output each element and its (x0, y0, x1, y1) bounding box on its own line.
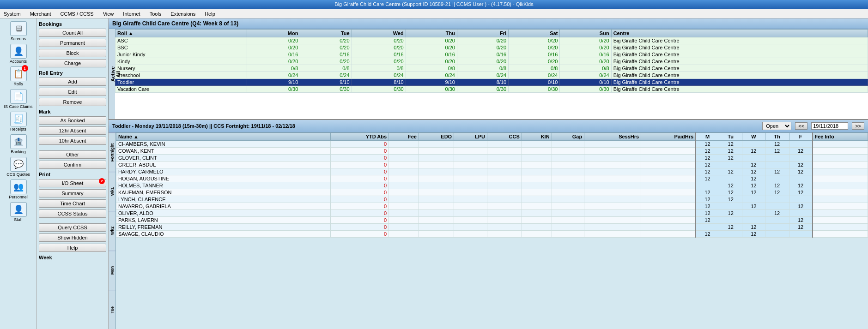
toddler-cell: 12 (719, 155, 742, 162)
roll-cell: Big Giraffe Child Care Centre (611, 58, 868, 65)
sidebar-item-ccs-quotes[interactable]: 💬 CCS Quotes (2, 156, 35, 178)
toddler-cell: 12 (719, 168, 742, 175)
roll-row[interactable]: ASC0/200/200/200/200/200/200/20Big Giraf… (115, 37, 868, 44)
roll-cell: 0/20 (247, 44, 300, 51)
io-sheet-button[interactable]: I/O Sheet 2 (39, 179, 106, 187)
toddler-cell (641, 182, 696, 189)
sidebar-item-receipts[interactable]: 🧾 Receipts (2, 111, 35, 132)
roll-cell: 0/30 (300, 86, 352, 93)
toddler-cell: OLIVER, ALDO (116, 210, 331, 217)
sidebar-item-rolls[interactable]: 📋1 Rolls (2, 66, 35, 87)
toddler-row[interactable]: CHAMBERS, KEVIN0121212 (116, 141, 868, 148)
nav-prev-button[interactable]: << (795, 122, 807, 130)
sidebar-item-banking[interactable]: 🏦 Banking (2, 133, 35, 155)
status-dropdown[interactable]: Open Closed (762, 122, 791, 130)
menu-item-internet[interactable]: Internet (121, 10, 142, 18)
menu-item-merchant[interactable]: Merchant (28, 10, 53, 18)
toddler-row[interactable]: HOLMES, TANNER012121212 (116, 182, 868, 189)
toddler-cell (789, 231, 812, 238)
roll-row[interactable]: Nursery0/80/80/80/80/80/80/8Big Giraffe … (115, 65, 868, 72)
toddler-cell (419, 231, 454, 238)
roll-cell: 0/20 (406, 37, 457, 44)
roll-cell: 0/20 (509, 44, 560, 51)
sidebar-item-staff[interactable]: 👤 Staff (2, 201, 35, 223)
is-case-claims-icon: 📄 (10, 89, 27, 104)
roll-row[interactable]: Toddler9/109/108/109/108/100/100/10Big G… (115, 79, 868, 86)
roll-row[interactable]: Kindy0/200/200/200/200/200/200/20Big Gir… (115, 58, 868, 65)
edit-button[interactable]: Edit (39, 88, 106, 96)
roll-cell: 0/8 (560, 65, 611, 72)
toddler-cell (584, 210, 641, 217)
toddler-row[interactable]: PARKS, LAVERN01212 (116, 217, 868, 224)
menu-item-ccms[interactable]: CCMS / CCSS (59, 10, 96, 18)
toddler-cell: 12 (765, 189, 789, 196)
toddler-cell (522, 203, 552, 210)
roll-cell: 0/20 (560, 58, 611, 65)
roll-cell: 0/8 (457, 65, 508, 72)
toddler-row[interactable]: SAVAGE, CLAUDIO01212 (116, 231, 868, 238)
menu-item-tools[interactable]: Tools (148, 10, 164, 18)
toddler-cell (813, 168, 868, 175)
show-hidden-button[interactable]: Show Hidden (39, 233, 106, 242)
roll-cell: 0/20 (247, 58, 300, 65)
toddler-cell (719, 217, 742, 224)
charge-button[interactable]: Charge (39, 59, 106, 67)
toddler-cell (389, 182, 419, 189)
nav-next-button[interactable]: >> (852, 122, 864, 130)
10hr-absent-button[interactable]: 10hr Absent (39, 137, 106, 145)
confirm-button[interactable]: Confirm (39, 161, 106, 169)
col-ytd-abs: YTD Abs (330, 133, 388, 141)
menu-item-help[interactable]: Help (203, 10, 217, 18)
roll-row[interactable]: Vacation Care0/300/300/300/300/300/300/3… (115, 86, 868, 93)
menu-item-view[interactable]: View (101, 10, 116, 18)
rolls-icon: 📋1 (10, 66, 27, 81)
permanent-button[interactable]: Permanent (39, 39, 106, 47)
count-all-button[interactable]: Count All (39, 29, 106, 37)
toddler-row[interactable]: LYNCH, CLARENCE01212 (116, 196, 868, 203)
toddler-cell: 12 (696, 148, 719, 155)
toddler-cell: 12 (742, 231, 765, 238)
roll-row[interactable]: Junior Kindy0/160/160/160/160/160/160/16… (115, 51, 868, 58)
toddler-cell (584, 162, 641, 168)
other-button[interactable]: Other (39, 150, 106, 159)
toddler-row[interactable]: HARDY, CARMELO01212121212 (116, 168, 868, 175)
remove-button[interactable]: Remove (39, 98, 106, 106)
roll-row[interactable]: BSC0/200/200/200/200/200/200/20Big Giraf… (115, 44, 868, 51)
toddler-row[interactable]: COWAN, KENT01212121212 (116, 148, 868, 155)
toddler-cell (454, 168, 487, 175)
block-button[interactable]: Block (39, 49, 106, 57)
toddler-row[interactable]: REILLY, FREEMAN0121212 (116, 224, 868, 231)
sidebar-item-is-case-claims[interactable]: 📄 IS Case Claims (2, 88, 35, 110)
toddler-cell: 12 (719, 196, 742, 203)
sidebar-label-rolls: Rolls (13, 82, 23, 86)
roll-col-mon: Mon (247, 30, 300, 37)
toddler-cell (487, 168, 522, 175)
toddler-row[interactable]: HOGAN, AUGUSTINE01212 (116, 175, 868, 182)
menu-item-extensions[interactable]: Extensions (169, 10, 197, 18)
ccss-status-button[interactable]: CCSS Status (39, 209, 106, 218)
toddler-cell (389, 162, 419, 168)
add-button[interactable]: Add (39, 78, 106, 86)
sidebar-item-accounts[interactable]: 👤 Accounts (2, 43, 35, 65)
help-button[interactable]: Help (39, 244, 106, 252)
time-chart-button[interactable]: Time Chart (39, 199, 106, 208)
toddler-row[interactable]: GREER, ABDUL0121212 (116, 162, 868, 168)
query-ccss-button[interactable]: Query CCSS (39, 223, 106, 232)
menu-item-system[interactable]: System (2, 10, 23, 18)
toddler-row[interactable]: GLOVER, CLINT01212 (116, 155, 868, 162)
date-input[interactable] (811, 122, 848, 130)
roll-col-wed: Wed (352, 30, 406, 37)
roll-cell: 0/24 (509, 72, 560, 79)
sidebar-item-personnel[interactable]: 👥 Personnel (2, 179, 35, 200)
col-lpu: LPU (454, 133, 487, 141)
toddler-cell (641, 210, 696, 217)
toddler-row[interactable]: NAVARRO, GABRIELA0121212 (116, 203, 868, 210)
summary-button[interactable]: Summary (39, 189, 106, 197)
toddler-row[interactable]: KAUFMAN, EMERSON01212121212 (116, 189, 868, 196)
toddler-cell (813, 224, 868, 231)
roll-row[interactable]: Preschool0/240/240/240/240/240/240/24Big… (115, 72, 868, 79)
sidebar-item-screens[interactable]: 🖥 Screens (2, 20, 35, 42)
as-booked-button[interactable]: As Booked (39, 116, 106, 125)
12hr-absent-button[interactable]: 12hr Absent (39, 126, 106, 135)
toddler-row[interactable]: OLIVER, ALDO0121212 (116, 210, 868, 217)
